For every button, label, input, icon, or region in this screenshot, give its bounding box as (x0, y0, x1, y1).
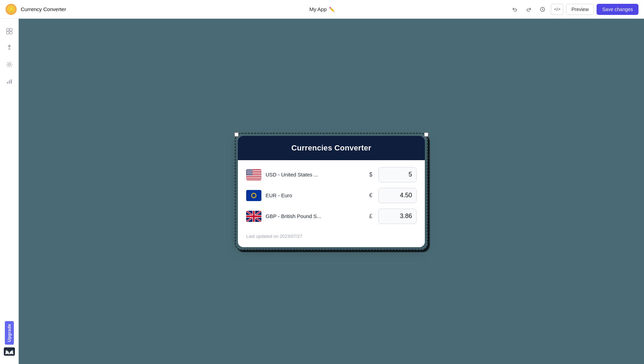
svg-point-56 (249, 174, 250, 174)
svg-point-6 (8, 63, 10, 66)
svg-point-40 (250, 171, 250, 172)
svg-rect-8 (9, 80, 10, 84)
svg-rect-3 (7, 32, 9, 34)
last-updated-text: Last updated on 2023/07/27 (246, 234, 302, 239)
svg-point-50 (249, 173, 249, 174)
svg-point-35 (250, 170, 251, 171)
gbp-label: GBP - British Pound S... (266, 213, 363, 219)
eur-label: EUR - Euro (266, 192, 363, 198)
topbar-center: My App ✏️ (309, 6, 334, 12)
history-button[interactable] (537, 4, 548, 15)
eur-input[interactable] (378, 188, 417, 203)
app-logo: 🪙 (6, 4, 17, 15)
widget-wrapper: Currencies Converter (235, 133, 428, 250)
svg-point-41 (251, 171, 251, 172)
svg-rect-24 (246, 179, 261, 179)
svg-point-44 (248, 172, 249, 173)
topbar-actions: </> Preview Save changes (509, 4, 638, 15)
widget-border: Currencies Converter (235, 133, 428, 250)
svg-rect-2 (10, 28, 12, 31)
svg-rect-14 (5, 353, 7, 354)
svg-point-48 (247, 173, 247, 174)
svg-point-43 (247, 172, 248, 173)
upgrade-button[interactable]: Upgrade (5, 321, 14, 345)
flag-eur (246, 190, 261, 201)
main-area: Upgrade (0, 19, 644, 364)
svg-point-13 (11, 350, 13, 352)
handle-top-left[interactable] (234, 132, 239, 137)
svg-rect-23 (246, 177, 261, 177)
widget-header: Currencies Converter (238, 136, 425, 160)
svg-point-27 (248, 170, 248, 170)
code-button[interactable]: </> (551, 4, 563, 15)
svg-rect-7 (7, 82, 8, 84)
sidebar-bottom: Upgrade (4, 321, 15, 358)
svg-point-57 (250, 174, 251, 174)
preview-button[interactable]: Preview (566, 4, 594, 15)
svg-point-58 (251, 174, 252, 174)
svg-point-45 (249, 172, 250, 173)
svg-point-30 (251, 170, 251, 170)
undo-button[interactable] (509, 4, 520, 15)
code-label: </> (554, 7, 561, 12)
canvas: Currencies Converter (19, 19, 644, 364)
app-name: Currency Converter (21, 6, 66, 12)
flag-usd (246, 169, 261, 180)
topbar: 🪙 Currency Converter My App ✏️ </> Previ… (0, 0, 644, 19)
currency-row-usd: USD - United States ... $ (246, 167, 417, 182)
svg-point-54 (247, 174, 248, 174)
svg-point-55 (248, 174, 249, 174)
handle-top-right[interactable] (424, 132, 429, 137)
logo-emoji: 🪙 (7, 6, 15, 13)
usd-label: USD - United States ... (266, 172, 363, 177)
svg-point-52 (251, 173, 251, 174)
svg-point-46 (250, 172, 251, 173)
gbp-input[interactable] (378, 209, 417, 224)
redo-button[interactable] (523, 4, 534, 15)
svg-point-32 (247, 170, 248, 171)
widget-body: USD - United States ... $ (238, 160, 425, 247)
svg-point-31 (252, 170, 252, 170)
svg-point-47 (251, 172, 252, 173)
svg-rect-22 (246, 175, 261, 176)
svg-point-28 (249, 170, 249, 170)
currency-converter-widget: Currencies Converter (238, 136, 425, 247)
svg-point-39 (249, 171, 249, 172)
svg-point-29 (250, 170, 250, 170)
edit-icon[interactable]: ✏️ (329, 7, 335, 12)
sidebar: Upgrade (0, 19, 19, 364)
currency-row-gbp: GBP - British Pound S... £ (246, 209, 417, 224)
widget-footer: Last updated on 2023/07/27 (246, 231, 417, 239)
gbp-symbol: £ (367, 213, 374, 219)
svg-rect-17 (12, 353, 14, 354)
svg-point-26 (247, 170, 247, 170)
sidebar-item-grid[interactable] (2, 24, 16, 38)
svg-point-34 (249, 170, 250, 171)
currency-row-eur: EUR - Euro € (246, 188, 417, 203)
svg-point-33 (248, 170, 249, 171)
bottom-logo (4, 347, 15, 356)
svg-point-36 (251, 170, 252, 171)
usd-symbol: $ (367, 172, 374, 178)
sidebar-item-settings[interactable] (2, 58, 16, 71)
sidebar-item-pin[interactable] (2, 41, 16, 55)
svg-rect-59 (246, 190, 261, 201)
svg-rect-16 (9, 353, 11, 354)
svg-point-37 (247, 171, 247, 172)
svg-point-38 (248, 171, 248, 172)
svg-point-53 (252, 173, 252, 174)
svg-point-49 (248, 173, 248, 174)
center-title: My App (309, 6, 327, 12)
svg-point-51 (250, 173, 250, 174)
save-changes-button[interactable]: Save changes (597, 4, 638, 15)
flag-gbp (246, 211, 261, 222)
svg-rect-80 (246, 215, 261, 217)
svg-point-12 (6, 350, 8, 352)
usd-input[interactable] (378, 167, 417, 182)
sidebar-item-chart[interactable] (2, 74, 16, 88)
svg-point-42 (252, 171, 252, 172)
svg-rect-9 (11, 79, 12, 84)
svg-rect-15 (8, 353, 9, 354)
widget-title: Currencies Converter (292, 144, 372, 152)
svg-rect-4 (10, 32, 12, 34)
